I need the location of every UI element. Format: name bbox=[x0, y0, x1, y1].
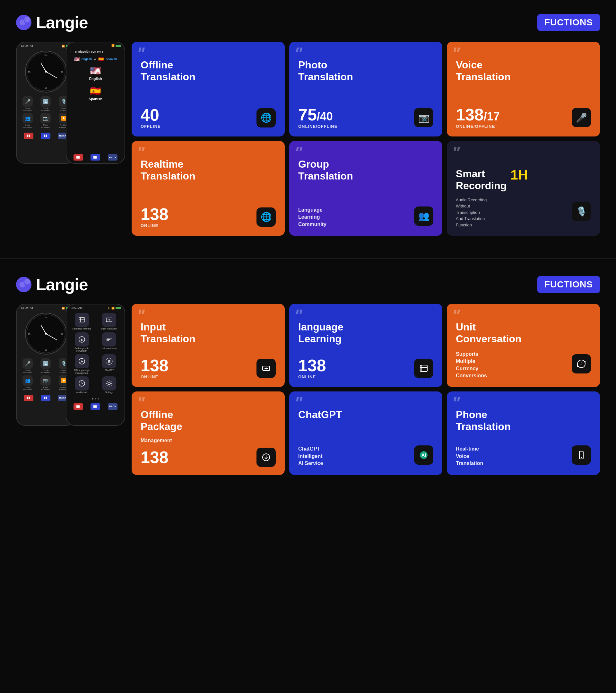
menu-world-clock[interactable]: World clock bbox=[69, 376, 95, 394]
menu-btn-back[interactable]: BACK bbox=[108, 403, 118, 410]
header-1: Langie FUCTIONS bbox=[16, 13, 600, 32]
photo-trans-count-row: 75 /40 ONLINE/OFFLINE 📷 bbox=[298, 106, 433, 129]
group-icon: 👥 bbox=[22, 113, 33, 123]
card-smart-recording[interactable]: " SmartRecording 1H Audio RecordingWitho… bbox=[447, 141, 600, 236]
card-group-translation[interactable]: " GroupTranslation LanguageLearningCommu… bbox=[289, 141, 442, 236]
section-1: Langie FUCTIONS 13:52 PM 📶 XII I bbox=[0, 0, 616, 255]
menu-btn-blue[interactable] bbox=[90, 403, 100, 410]
photo-trans-slash: /40 bbox=[317, 110, 333, 123]
lang-learn-icon bbox=[414, 359, 433, 378]
back-btn-blue1-2[interactable] bbox=[41, 395, 50, 401]
menu-offline-pkg[interactable]: Offline package management bbox=[69, 354, 95, 374]
photo-icon: 📷 bbox=[40, 113, 51, 123]
svg-text:$: $ bbox=[81, 338, 82, 341]
menu-lang-learn-icon bbox=[75, 313, 89, 327]
menu-exchange-label: Exchange rate conversion bbox=[69, 347, 95, 353]
trans-btn-red[interactable] bbox=[74, 154, 83, 161]
menu-settings[interactable]: Settings bbox=[97, 376, 122, 394]
menu-offline-pkg-label: Offline package management bbox=[69, 369, 95, 374]
realtime-trans-icon: 🌐 bbox=[256, 207, 276, 227]
card-chatgpt[interactable]: " ChatGPT ChatGPTIntelligentAI Service A… bbox=[289, 392, 442, 475]
dot-1 bbox=[92, 398, 94, 399]
lang-flag-big-en: 🇺🇸 bbox=[90, 65, 101, 76]
phone-app-menu: 10:53 AM ⚡ 📶 Language learning bbox=[66, 304, 125, 426]
realtime-trans-status: ONLINE bbox=[141, 223, 168, 228]
phone-top-bar-trans: ← Traducción con WIFI bbox=[66, 48, 125, 55]
card-photo-translation[interactable]: " PhotoTranslation 75 /40 ONLINE/OFFLINE… bbox=[289, 42, 442, 137]
menu-language-learning[interactable]: Language learning bbox=[69, 313, 95, 330]
phone-icon-online[interactable]: 🎤 Onlinetranslation bbox=[19, 96, 36, 112]
smart-rec-bottom: Audio RecordingWithoutTranscriptionAnd T… bbox=[456, 195, 591, 228]
feature-grid-2: " InputTranslation 138 ONLINE " language… bbox=[131, 304, 600, 475]
lang-selector[interactable]: 🇺🇸 English ⇄ 🇪🇸 Spanish bbox=[66, 55, 125, 63]
svg-rect-8 bbox=[94, 156, 95, 159]
menu-settings-icon bbox=[102, 376, 116, 391]
card-input-translation[interactable]: " InputTranslation 138 ONLINE bbox=[131, 304, 285, 387]
svg-rect-4 bbox=[44, 135, 45, 137]
wifi-icon-3: 📶 bbox=[62, 307, 65, 310]
trans-btn-back[interactable]: BACK bbox=[108, 154, 118, 161]
voice-trans-status: ONLINE/OFFLINE bbox=[456, 124, 500, 129]
card-offline-translation[interactable]: " OfflineTranslation 40 OFFLINE 🌐 bbox=[131, 42, 285, 137]
phone-icon-photo-2[interactable]: 📷 Phototranslation bbox=[37, 375, 54, 391]
realtime-trans-title: RealtimeTranslation bbox=[141, 158, 276, 182]
dot-3 bbox=[98, 398, 99, 399]
group-trans-count-row: LanguageLearningCommunity 👥 bbox=[298, 204, 433, 228]
svg-rect-7 bbox=[78, 156, 80, 159]
svg-text:£: £ bbox=[580, 362, 582, 366]
card-offline-package[interactable]: " OfflinePackage Management 138 bbox=[131, 392, 285, 475]
phone-dots bbox=[66, 397, 125, 401]
offline-pkg-count: 138 bbox=[141, 449, 168, 466]
smart-rec-title-area: SmartRecording 1H bbox=[456, 149, 528, 192]
svg-rect-13 bbox=[28, 397, 30, 399]
section-divider bbox=[0, 258, 616, 259]
menu-btn-red[interactable] bbox=[74, 403, 83, 410]
menu-input-trans-label: Input translation bbox=[101, 328, 117, 330]
trans-btn-blue[interactable] bbox=[90, 154, 100, 161]
card-realtime-translation[interactable]: " RealtimeTranslation 138 ONLINE 🌐 bbox=[131, 141, 285, 236]
phone-icon-offline-2[interactable]: ⬇️ Offlinetranslation bbox=[37, 358, 54, 374]
main-content-1: 13:52 PM 📶 XII III VI IX bbox=[16, 42, 600, 236]
menu-unit-conversion[interactable]: Unit conversion bbox=[97, 332, 122, 353]
lang-to-flag: 🇪🇸 bbox=[98, 57, 104, 62]
smart-rec-desc: Audio RecordingWithoutTranscriptionAnd T… bbox=[456, 197, 487, 228]
photo-trans-count: 75 bbox=[298, 106, 317, 123]
clock-center-2 bbox=[45, 333, 47, 335]
offline-trans-title: OfflineTranslation bbox=[141, 59, 276, 83]
phone-time-1: 13:52 PM bbox=[21, 44, 33, 47]
clock-xii-2: XII bbox=[44, 316, 47, 319]
translation-screen-title: Traducción con WIFI bbox=[75, 50, 103, 53]
menu-chatgpt[interactable]: ⚙ ChatGPT bbox=[97, 354, 122, 374]
smart-rec-accent: 1H bbox=[510, 167, 528, 183]
svg-point-0 bbox=[20, 20, 25, 25]
card-language-learning[interactable]: " languageLearning 138 ONLINE bbox=[289, 304, 442, 387]
unit-conv-count-row: SupportsMultipleCurrencyConversions £ bbox=[456, 348, 591, 380]
functions-badge-2: FUCTIONS bbox=[537, 276, 600, 293]
phone-icon-photo[interactable]: 📷 Phototranslation bbox=[37, 113, 54, 128]
svg-point-10 bbox=[20, 282, 25, 288]
back-btn-blue1[interactable] bbox=[41, 133, 50, 139]
phone-icon-online-2[interactable]: 🎤 Onlinetranslation bbox=[19, 358, 36, 374]
clock-face-2: XII III VI IX bbox=[25, 313, 67, 355]
phone-icon-group-2[interactable]: 👥 Grouptranslation bbox=[19, 375, 36, 391]
photo-icon-2: 📷 bbox=[40, 375, 51, 386]
svg-rect-3 bbox=[28, 135, 30, 137]
svg-text:⚙: ⚙ bbox=[108, 360, 110, 363]
online-label-2: Onlinetranslation bbox=[23, 369, 32, 374]
clock-inner-1: XII III VI IX bbox=[27, 52, 65, 91]
realtime-trans-count-row: 138 ONLINE 🌐 bbox=[141, 206, 276, 228]
phone-icon-offline[interactable]: ⬇️ Offlinetranslation bbox=[37, 96, 54, 112]
voice-trans-count: 138 bbox=[456, 106, 484, 123]
back-btn-red-2[interactable] bbox=[24, 395, 34, 401]
phone-bottom-bar-2: BACK bbox=[66, 152, 125, 163]
offline-pkg-icon bbox=[256, 448, 276, 467]
battery-icon-2 bbox=[116, 45, 121, 47]
card-unit-conversation[interactable]: " UnitConversation SupportsMultipleCurre… bbox=[447, 304, 600, 387]
smart-rec-top: SmartRecording 1H bbox=[456, 149, 591, 192]
card-voice-translation[interactable]: " VoiceTranslation 138 /17 ONLINE/OFFLIN… bbox=[447, 42, 600, 137]
phone-icon-group[interactable]: 👥 Grouptranslation bbox=[19, 113, 36, 128]
menu-exchange-rate[interactable]: $ Exchange rate conversion bbox=[69, 332, 95, 353]
back-btn-red[interactable] bbox=[24, 133, 34, 139]
card-phone-translation[interactable]: " PhoneTranslation Real-timeVoiceTransla… bbox=[447, 392, 600, 475]
menu-input-translation[interactable]: Input translation bbox=[97, 313, 122, 330]
